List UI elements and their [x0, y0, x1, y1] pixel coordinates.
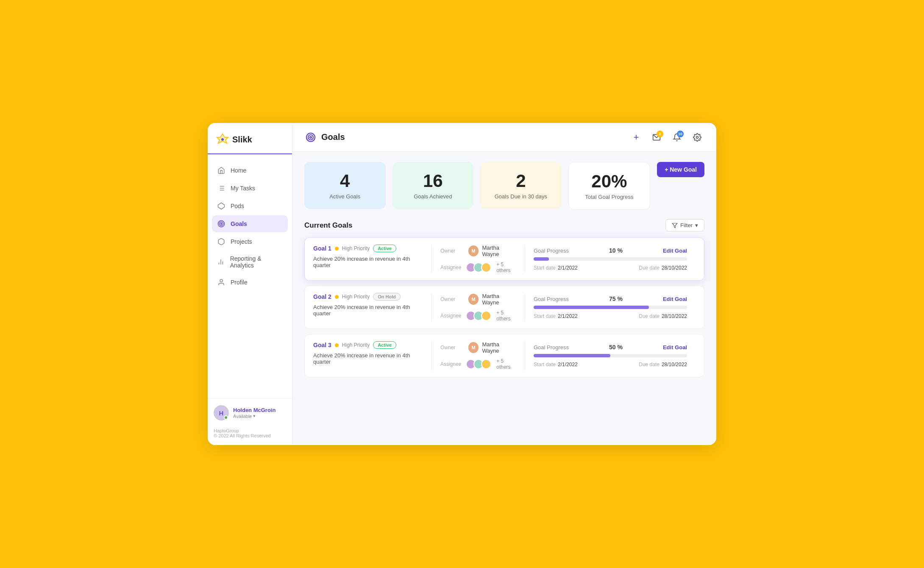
sidebar-item-projects[interactable]: Projects: [212, 233, 288, 250]
svg-marker-22: [672, 223, 677, 228]
stat-active-number: 4: [340, 171, 350, 191]
add-button[interactable]: +: [629, 130, 643, 145]
goal-2-desc: Achieve 20% increase in revenue in 4th q…: [313, 304, 423, 317]
goal-2-name[interactable]: Goal 2: [313, 293, 331, 300]
user-status-label: Available ▾: [233, 413, 276, 419]
sidebar-item-reporting-label: Reporting & Analytics: [230, 255, 283, 269]
goal-2-owner-name: Martha Wayne: [482, 293, 516, 306]
sidebar-item-home[interactable]: Home: [212, 162, 288, 179]
goal-2-right: Goal Progress 75 % Edit Goal Start date …: [525, 293, 696, 322]
mail-button[interactable]: 2: [649, 130, 664, 145]
goal-3-progress-header: Goal Progress 50 % Edit Goal: [534, 344, 687, 351]
goal-2-due: Due date 28/10/2022: [639, 313, 687, 319]
section-header: Current Goals Filter ▾: [304, 219, 704, 231]
sidebar-logo: Slikk: [208, 133, 292, 154]
goal-card-2: Goal 2 High Priority On Hold Achieve 20%…: [304, 286, 704, 329]
sidebar-nav: Home My Tasks Pods Goals: [208, 162, 292, 398]
goal-1-middle: Owner M Martha Wayne Assignee + 5 oth: [432, 245, 525, 273]
current-goals-section: Current Goals Filter ▾ Goal 1 High Prior…: [304, 219, 704, 377]
goal-1-owner-avatar: M: [468, 245, 479, 256]
bell-button[interactable]: 10: [670, 130, 684, 145]
assignee-av-3-3: [481, 359, 491, 369]
goal-1-priority: High Priority: [342, 245, 370, 251]
goal-1-progress-title: Goal Progress: [534, 248, 569, 254]
assignee-av-2-3: [481, 311, 491, 321]
user-info[interactable]: H Holden McGroin Available ▾: [214, 405, 286, 420]
goal-3-status: Active: [373, 341, 396, 349]
stats-row: 4 Active Goals 16 Goals Achieved 2 Goals…: [304, 162, 704, 210]
goal-1-bar-fill: [534, 257, 549, 261]
app-name: Slikk: [232, 135, 252, 145]
company-info: HaptoGroup © 2022 All Rights Reserved: [208, 424, 292, 438]
goal-1-dates: Start date 2/1/2022 Due date 28/10/2022: [534, 265, 687, 271]
company-name: HaptoGroup: [214, 428, 286, 433]
goal-2-progress-bar: [534, 306, 687, 309]
stat-progress: 20% Total Goal Progress: [568, 162, 651, 210]
sidebar-item-goals[interactable]: Goals: [212, 215, 288, 232]
goal-3-due: Due date 28/10/2022: [639, 362, 687, 368]
svg-point-12: [221, 223, 222, 225]
home-icon: [217, 166, 225, 175]
goal-1-start: Start date 2/1/2022: [534, 265, 578, 271]
goal-1-others: + 5 others: [496, 262, 516, 273]
stat-achieved-label: Goals Achieved: [414, 193, 452, 200]
goal-3-middle: Owner M Martha Wayne Assignee + 5 oth: [432, 341, 525, 370]
goal-3-name[interactable]: Goal 3: [313, 342, 331, 348]
goal-1-progress-bar: [534, 257, 687, 261]
goal-1-status: Active: [373, 245, 396, 252]
app-container: Slikk Home My Tasks Pods: [208, 123, 716, 445]
filter-button[interactable]: Filter ▾: [665, 219, 704, 231]
page-title: Goals: [321, 132, 345, 142]
sidebar-item-projects-label: Projects: [231, 238, 252, 245]
goal-2-owner-avatar: M: [468, 294, 479, 305]
sidebar-item-goals-label: Goals: [231, 220, 247, 227]
svg-point-11: [220, 222, 223, 226]
goal-1-edit-btn[interactable]: Edit Goal: [663, 248, 687, 254]
goal-3-desc: Achieve 20% increase in revenue in 4th q…: [313, 352, 423, 365]
svg-point-2: [221, 138, 224, 141]
goal-3-edit-btn[interactable]: Edit Goal: [663, 344, 687, 351]
assignee-av-3: [481, 262, 491, 273]
sidebar-item-reporting[interactable]: Reporting & Analytics: [212, 251, 288, 273]
goal-1-name[interactable]: Goal 1: [313, 245, 331, 252]
goal-2-others: + 5 others: [496, 310, 516, 322]
stat-progress-number: 20%: [591, 172, 627, 191]
tasks-icon: [217, 184, 225, 192]
sidebar-item-profile-label: Profile: [231, 279, 248, 286]
sidebar-item-home-label: Home: [231, 167, 246, 174]
goal-1-left: Goal 1 High Priority Active Achieve 20% …: [313, 245, 432, 273]
goal-3-left: Goal 3 High Priority Active Achieve 20% …: [313, 341, 432, 370]
svg-point-18: [308, 135, 313, 140]
goal-3-others: + 5 others: [496, 358, 516, 370]
goal-1-owner-name: Martha Wayne: [482, 245, 516, 257]
goal-card-3: Goal 3 High Priority Active Achieve 20% …: [304, 334, 704, 377]
goal-3-assignee-avatars: [466, 359, 489, 369]
goal-3-owner-avatar: M: [468, 342, 479, 353]
goal-1-progress-header: Goal Progress 10 % Edit Goal: [534, 247, 687, 254]
section-title: Current Goals: [304, 221, 352, 230]
stat-achieved-number: 16: [423, 171, 443, 191]
settings-button[interactable]: [690, 130, 704, 145]
goal-2-meta: Goal 2 High Priority On Hold: [313, 293, 423, 301]
sidebar-item-tasks[interactable]: My Tasks: [212, 180, 288, 197]
goal-3-priority: High Priority: [342, 342, 370, 348]
goal-1-right: Goal Progress 10 % Edit Goal Start date …: [525, 245, 696, 273]
reporting-icon: [217, 258, 225, 266]
page-body: 4 Active Goals 16 Goals Achieved 2 Goals…: [292, 152, 716, 445]
stat-due: 2 Goals Due in 30 days: [480, 162, 562, 209]
main-content: Goals + 2 10 4: [292, 123, 716, 445]
new-goal-button[interactable]: + New Goal: [657, 162, 704, 177]
avatar: H: [214, 405, 229, 420]
sidebar-item-profile[interactable]: Profile: [212, 274, 288, 291]
goal-2-dates: Start date 2/1/2022 Due date 28/10/2022: [534, 313, 687, 319]
sidebar-item-pods-label: Pods: [231, 203, 244, 209]
goal-1-progress-pct: 10 %: [609, 247, 623, 254]
stat-progress-label: Total Goal Progress: [585, 194, 633, 200]
goal-2-bar-fill: [534, 306, 649, 309]
goal-2-edit-btn[interactable]: Edit Goal: [663, 296, 687, 302]
goal-3-progress-title: Goal Progress: [534, 344, 569, 351]
sidebar-item-pods[interactable]: Pods: [212, 198, 288, 214]
logo-icon: [216, 133, 229, 146]
stat-due-number: 2: [516, 171, 526, 191]
goal-1-assignee-avatars: [466, 262, 489, 273]
